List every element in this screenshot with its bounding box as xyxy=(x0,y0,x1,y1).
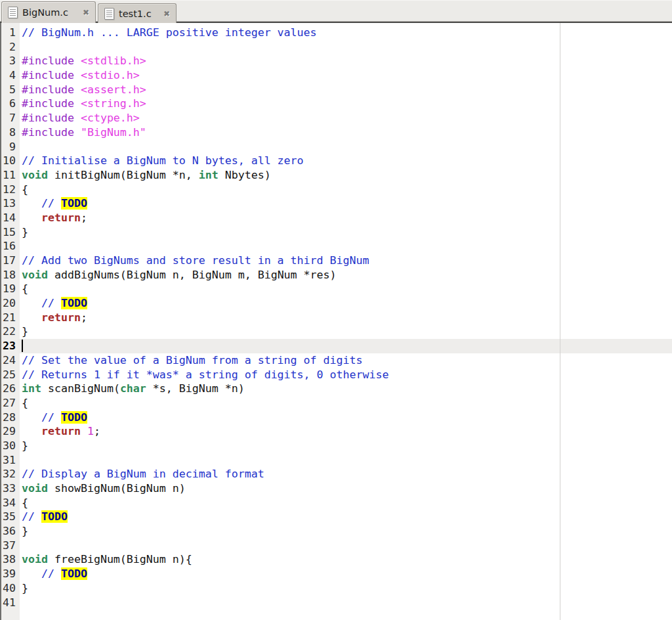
code-token-plain xyxy=(22,567,41,580)
code-line[interactable]: 15} xyxy=(1,225,672,240)
line-number: 30 xyxy=(1,439,18,453)
tab-bignum-c[interactable]: BigNum.c ✖ xyxy=(1,1,96,23)
code-token-plain: } xyxy=(22,525,28,537)
line-number: 9 xyxy=(1,140,18,154)
tab-test1-c[interactable]: test1.c ✖ xyxy=(98,3,177,23)
code-token-incstr: "BigNum.h" xyxy=(81,126,146,139)
code-line[interactable]: 37 xyxy=(1,539,672,553)
code-token-comment: // Add two BigNums and store result in a… xyxy=(22,254,369,267)
code-token-comment: // BigNum.h ... LARGE positive integer v… xyxy=(22,26,317,39)
code-line[interactable]: 13 // TODO xyxy=(1,196,672,211)
code-line[interactable]: 36} xyxy=(1,524,672,539)
line-number: 27 xyxy=(1,396,18,410)
code-token-plain xyxy=(22,297,41,309)
code-token-plain: showBigNum(BigNum n) xyxy=(48,482,186,495)
line-number: 15 xyxy=(1,225,18,240)
line-number: 41 xyxy=(1,596,18,610)
code-line[interactable]: 12{ xyxy=(1,183,672,197)
code-line-content: #include "BigNum.h" xyxy=(18,125,672,140)
code-token-incstr: <string.h> xyxy=(81,97,146,110)
code-token-todo: TODO xyxy=(61,197,87,210)
code-line[interactable]: 19{ xyxy=(1,282,672,296)
code-line[interactable]: 40} xyxy=(1,581,672,596)
code-line-content: // Initialise a BigNum to N bytes, all z… xyxy=(18,154,672,168)
code-line[interactable]: 8#include "BigNum.h" xyxy=(1,125,672,140)
code-line-content: { xyxy=(18,183,672,197)
code-line[interactable]: 32// Display a BigNum in decimal format xyxy=(1,467,672,481)
code-line[interactable]: 30} xyxy=(1,439,672,453)
line-number: 25 xyxy=(1,368,18,382)
code-line[interactable]: 5#include <assert.h> xyxy=(1,83,672,97)
code-token-comment: // Set the value of a BigNum from a stri… xyxy=(22,354,363,366)
line-number: 20 xyxy=(1,296,18,311)
code-token-plain: } xyxy=(22,439,28,452)
code-line[interactable]: 4#include <stdio.h> xyxy=(1,68,672,83)
right-margin-line xyxy=(560,23,560,620)
line-number: 4 xyxy=(1,68,18,83)
line-number: 12 xyxy=(1,183,18,197)
code-line[interactable]: 31 xyxy=(1,453,672,468)
code-token-comment: // Returns 1 if it *was* a string of dig… xyxy=(22,368,388,381)
code-line[interactable]: 38void freeBigNum(BigNum n){ xyxy=(1,552,672,567)
code-line[interactable]: 33void showBigNum(BigNum n) xyxy=(1,481,672,496)
line-number: 1 xyxy=(1,26,18,40)
code-line[interactable]: 41 xyxy=(1,596,672,610)
code-line[interactable]: 25// Returns 1 if it *was* a string of d… xyxy=(1,368,672,382)
code-line[interactable]: 28 // TODO xyxy=(1,410,672,425)
code-line[interactable]: 9 xyxy=(1,140,672,154)
code-line-content: #include <assert.h> xyxy=(18,83,672,97)
close-icon[interactable]: ✖ xyxy=(163,10,170,18)
code-line-content: } xyxy=(18,581,672,596)
code-line-content: } xyxy=(18,439,672,453)
code-token-incstr: <ctype.h> xyxy=(81,112,140,124)
code-token-type: char xyxy=(120,382,146,395)
code-line[interactable]: 6#include <string.h> xyxy=(1,97,672,111)
code-line[interactable]: 24// Set the value of a BigNum from a st… xyxy=(1,353,672,368)
code-line[interactable]: 16 xyxy=(1,239,672,254)
code-token-plain xyxy=(81,425,87,437)
code-line-content: } xyxy=(18,225,672,240)
code-token-preproc: #include xyxy=(22,69,81,81)
code-line[interactable]: 14 return; xyxy=(1,211,672,225)
window-left-edge xyxy=(0,23,1,620)
code-token-type: void xyxy=(22,482,48,495)
code-token-preproc: #include xyxy=(22,55,81,67)
code-line[interactable]: 35// TODO xyxy=(1,510,672,524)
code-token-todo: TODO xyxy=(61,297,87,309)
code-line-content: void initBigNum(BigNum *n, int Nbytes) xyxy=(18,168,672,183)
code-line[interactable]: 21 return; xyxy=(1,311,672,325)
code-line[interactable]: 39 // TODO xyxy=(1,567,672,581)
close-icon[interactable]: ✖ xyxy=(83,9,89,16)
code-line-content: #include <string.h> xyxy=(18,97,672,111)
code-line[interactable]: 7#include <ctype.h> xyxy=(1,111,672,125)
code-line[interactable]: 27{ xyxy=(1,396,672,410)
line-number: 18 xyxy=(1,268,18,282)
code-line[interactable]: 17// Add two BigNums and store result in… xyxy=(1,254,672,268)
code-token-plain: { xyxy=(22,397,28,409)
line-number: 23 xyxy=(1,339,18,353)
code-line[interactable]: 3#include <stdlib.h> xyxy=(1,54,672,68)
line-number: 6 xyxy=(1,97,18,111)
code-line[interactable]: 1// BigNum.h ... LARGE positive integer … xyxy=(1,26,672,40)
line-number: 14 xyxy=(1,211,18,225)
code-line[interactable]: 22} xyxy=(1,324,672,339)
code-token-plain xyxy=(22,425,41,437)
code-line[interactable]: 26int scanBigNum(char *s, BigNum *n) xyxy=(1,382,672,396)
code-line[interactable]: 23 xyxy=(1,339,672,353)
code-token-plain: ; xyxy=(94,425,100,437)
code-token-comment: // xyxy=(41,197,61,210)
line-number: 3 xyxy=(1,54,18,68)
code-line[interactable]: 10// Initialise a BigNum to N bytes, all… xyxy=(1,154,672,168)
line-number: 13 xyxy=(1,196,18,211)
code-line[interactable]: 29 return 1; xyxy=(1,424,672,439)
code-line[interactable]: 2 xyxy=(1,40,672,55)
code-line-content: return; xyxy=(18,211,672,225)
line-number: 31 xyxy=(1,453,18,468)
code-line-content: return; xyxy=(18,311,672,325)
code-token-todo: TODO xyxy=(61,411,87,424)
code-line[interactable]: 34{ xyxy=(1,496,672,510)
code-line[interactable]: 11void initBigNum(BigNum *n, int Nbytes) xyxy=(1,168,672,183)
code-line[interactable]: 20 // TODO xyxy=(1,296,672,311)
code-token-plain xyxy=(22,311,41,324)
code-line[interactable]: 18void addBigNums(BigNum n, BigNum m, Bi… xyxy=(1,268,672,282)
